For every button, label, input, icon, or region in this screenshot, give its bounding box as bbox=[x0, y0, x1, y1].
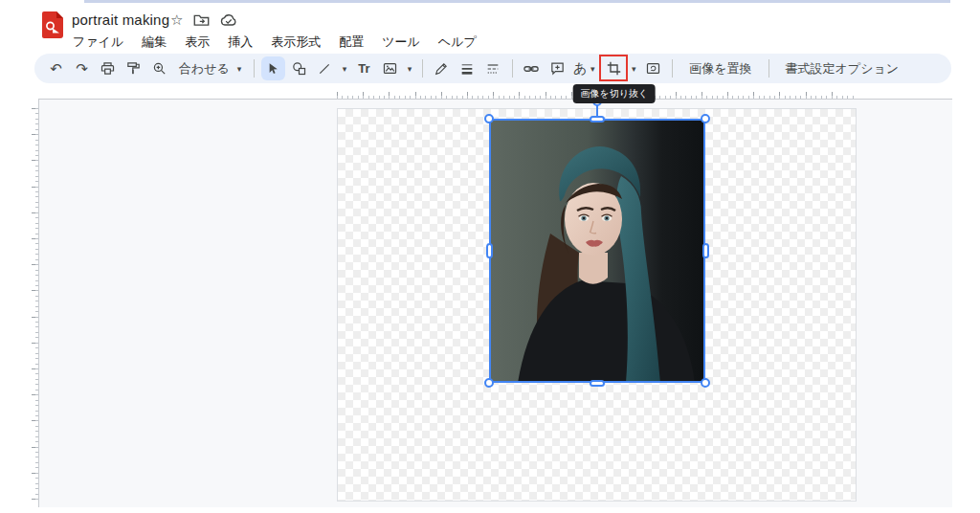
resize-handle-bottom-left[interactable] bbox=[484, 378, 494, 388]
redo-button[interactable]: ↷ bbox=[70, 56, 94, 80]
menu-arrange[interactable]: 配置 bbox=[337, 32, 366, 53]
comment-plus-icon bbox=[549, 60, 566, 77]
cursor-icon bbox=[265, 61, 280, 77]
resize-handle-right[interactable] bbox=[702, 243, 709, 258]
input-tools-button[interactable]: あ▾ bbox=[571, 56, 600, 80]
shape-tool-button[interactable] bbox=[287, 56, 311, 80]
cloud-save-status-icon[interactable] bbox=[220, 14, 237, 27]
print-icon bbox=[100, 60, 116, 77]
text-box-button[interactable]: Tr bbox=[352, 56, 376, 80]
border-color-button[interactable] bbox=[430, 56, 454, 80]
menu-bar: ファイル 編集 表示 挿入 表示形式 配置 ツール ヘルプ bbox=[71, 32, 479, 53]
image-icon bbox=[382, 60, 398, 77]
resize-handle-top-right[interactable] bbox=[701, 114, 710, 123]
crop-tooltip: 画像を切り抜く bbox=[572, 84, 656, 103]
google-drawings-logo-icon[interactable] bbox=[42, 11, 63, 38]
zoom-icon bbox=[151, 60, 167, 77]
resize-handle-bottom-right[interactable] bbox=[701, 378, 710, 388]
crop-image-button[interactable]: 画像を切り抜く bbox=[602, 56, 626, 80]
paint-roller-icon bbox=[125, 60, 142, 77]
pen-icon bbox=[434, 61, 449, 77]
menu-format[interactable]: 表示形式 bbox=[269, 32, 323, 53]
menu-insert[interactable]: 挿入 bbox=[226, 32, 255, 53]
shapes-icon bbox=[291, 60, 307, 77]
border-weight-button[interactable] bbox=[456, 56, 479, 80]
chevron-down-icon: ▾ bbox=[587, 64, 598, 74]
undo-button[interactable]: ↶ bbox=[44, 56, 68, 80]
menu-file[interactable]: ファイル bbox=[71, 32, 125, 53]
menu-help[interactable]: ヘルプ bbox=[436, 32, 479, 53]
mask-image-caret-icon[interactable]: ▾ bbox=[628, 64, 639, 74]
line-tool-caret-icon[interactable]: ▾ bbox=[339, 64, 350, 74]
reset-image-icon bbox=[645, 60, 661, 77]
resize-handle-top[interactable] bbox=[590, 116, 605, 123]
resize-handle-bottom[interactable] bbox=[590, 380, 605, 387]
paint-format-button[interactable] bbox=[122, 56, 145, 80]
toolbar-separator bbox=[672, 59, 673, 78]
reset-image-button[interactable] bbox=[641, 56, 665, 80]
fit-zoom-dropdown[interactable]: 合わせる▾ bbox=[173, 56, 247, 80]
toolbar-separator bbox=[768, 59, 769, 78]
insert-link-button[interactable] bbox=[520, 56, 544, 80]
toolbar-separator bbox=[422, 59, 423, 78]
line-dash-icon bbox=[485, 61, 501, 77]
chevron-down-icon: ▾ bbox=[234, 64, 245, 74]
line-weight-icon bbox=[459, 61, 475, 77]
replace-image-button[interactable]: 画像を置換 bbox=[679, 56, 761, 80]
toolbar-separator bbox=[254, 59, 255, 78]
window-top-edge bbox=[84, 0, 950, 3]
resize-handle-top-left[interactable] bbox=[484, 114, 494, 123]
menu-edit[interactable]: 編集 bbox=[140, 32, 168, 53]
menu-view[interactable]: 表示 bbox=[183, 32, 212, 53]
format-options-button[interactable]: 書式設定オプション bbox=[776, 56, 909, 80]
insert-image-button[interactable] bbox=[378, 56, 402, 80]
star-icon[interactable]: ☆ bbox=[170, 12, 183, 28]
add-comment-button[interactable] bbox=[546, 56, 569, 80]
print-button[interactable] bbox=[96, 56, 120, 80]
crop-icon bbox=[606, 60, 622, 77]
link-icon bbox=[523, 60, 540, 78]
select-tool-button[interactable] bbox=[261, 56, 285, 80]
document-title[interactable]: portrait making bbox=[72, 11, 169, 28]
move-to-folder-icon[interactable] bbox=[193, 13, 210, 27]
menu-tools[interactable]: ツール bbox=[380, 32, 422, 53]
line-tool-button[interactable] bbox=[313, 56, 337, 80]
zoom-button[interactable] bbox=[147, 56, 171, 80]
resize-handle-left[interactable] bbox=[486, 243, 493, 258]
vertical-ruler-minor-ticks bbox=[35, 108, 38, 502]
google-drawings-window: portrait making ☆ ファイル 編集 表示 挿入 表示形式 配置 … bbox=[0, 0, 980, 513]
toolbar: ↶ ↷ 合わせる▾ ▾ Tr ▾ bbox=[34, 54, 951, 83]
border-dash-button[interactable] bbox=[481, 56, 505, 80]
portrait-image[interactable] bbox=[491, 121, 705, 383]
toolbar-separator bbox=[512, 59, 513, 78]
image-caret-icon[interactable]: ▾ bbox=[404, 64, 415, 74]
line-icon bbox=[317, 61, 332, 77]
